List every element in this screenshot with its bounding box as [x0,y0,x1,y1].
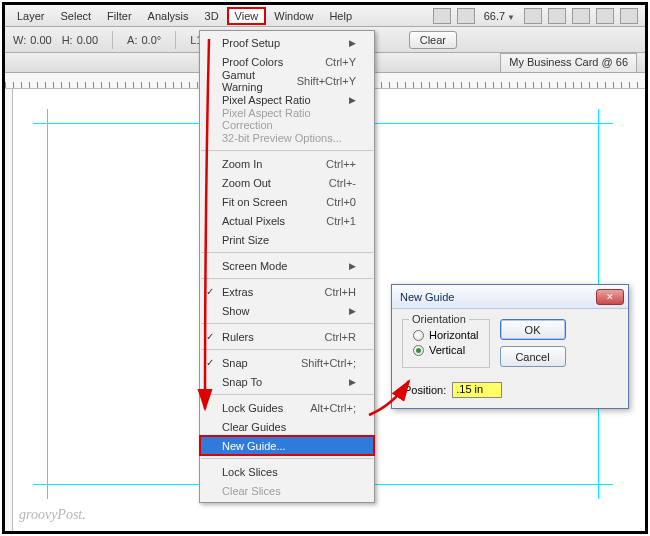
menu-item-label: Rulers [222,331,254,343]
menu-item-shortcut: Ctrl+- [329,177,356,189]
orientation-group: Orientation Horizontal Vertical [402,319,490,368]
menu-item-label: Zoom In [222,158,262,170]
menu-item-label: Pixel Aspect Ratio [222,94,311,106]
submenu-arrow-icon: ▶ [349,377,356,387]
submenu-arrow-icon: ▶ [349,261,356,271]
menu-item-extras[interactable]: ✓ExtrasCtrl+H [200,282,374,301]
menu-select[interactable]: Select [53,7,100,25]
menu-item-new-guide[interactable]: New Guide... [200,436,374,455]
menu-item-label: Snap [222,357,248,369]
menu-item-label: Proof Setup [222,37,280,49]
submenu-arrow-icon: ▶ [349,306,356,316]
menu-item-pixel-aspect-ratio-correction: Pixel Aspect Ratio Correction [200,109,374,128]
rotate-icon[interactable] [572,8,590,24]
menu-item-label: Screen Mode [222,260,287,272]
hand-icon[interactable] [524,8,542,24]
menu-item-show[interactable]: Show▶ [200,301,374,320]
radio-horizontal[interactable]: Horizontal [413,329,479,341]
menu-item-actual-pixels[interactable]: Actual PixelsCtrl+1 [200,211,374,230]
menu-item-proof-setup[interactable]: Proof Setup▶ [200,33,374,52]
menu-item-label: Snap To [222,376,262,388]
cancel-button[interactable]: Cancel [500,346,566,367]
menu-item-print-size[interactable]: Print Size [200,230,374,249]
menu-item-label: Clear Guides [222,421,286,433]
arrange-icon[interactable] [457,8,475,24]
menu-item-gamut-warning[interactable]: Gamut WarningShift+Ctrl+Y [200,71,374,90]
menu-item-32-bit-preview-options: 32-bit Preview Options... [200,128,374,147]
menu-item-clear-slices: Clear Slices [200,481,374,500]
document-tab[interactable]: My Business Card @ 66 [500,53,637,72]
menu-item-shortcut: Ctrl+1 [326,215,356,227]
menu-item-shortcut: Ctrl++ [326,158,356,170]
vertical-ruler [5,89,13,531]
dialog-title: New Guide [400,291,454,303]
menu-item-label: Extras [222,286,253,298]
dialog-titlebar[interactable]: New Guide ✕ [392,285,628,309]
menu-item-shortcut: Shift+Ctrl+Y [297,75,356,87]
menu-item-zoom-out[interactable]: Zoom OutCtrl+- [200,173,374,192]
menu-window[interactable]: Window [266,7,321,25]
w-label: W: [13,34,26,46]
menu-item-label: Pixel Aspect Ratio Correction [222,107,356,131]
menu-item-shortcut: Ctrl+Y [325,56,356,68]
h-label: H: [62,34,73,46]
screen-mode-icon[interactable] [596,8,614,24]
position-label: Position: [404,384,446,396]
ok-button[interactable]: OK [500,319,566,340]
menu-3d[interactable]: 3D [197,7,227,25]
menu-item-rulers[interactable]: ✓RulersCtrl+R [200,327,374,346]
menu-item-snap-to[interactable]: Snap To▶ [200,372,374,391]
clear-button[interactable]: Clear [409,31,457,49]
menu-item-label: Lock Slices [222,466,278,478]
radio-icon [413,330,424,341]
a-label: A: [127,34,137,46]
menu-item-snap[interactable]: ✓SnapShift+Ctrl+; [200,353,374,372]
menu-item-shortcut: Ctrl+R [325,331,356,343]
zoom-icon[interactable] [548,8,566,24]
orientation-legend: Orientation [409,313,469,325]
menu-help[interactable]: Help [321,7,360,25]
check-icon: ✓ [206,331,214,342]
menu-item-shortcut: Shift+Ctrl+; [301,357,356,369]
menu-item-shortcut: Alt+Ctrl+; [310,402,356,414]
menu-view[interactable]: View [227,7,267,25]
menu-item-zoom-in[interactable]: Zoom InCtrl++ [200,154,374,173]
submenu-arrow-icon: ▶ [349,38,356,48]
menu-item-lock-slices[interactable]: Lock Slices [200,462,374,481]
close-icon[interactable]: ✕ [596,289,624,305]
br-icon[interactable] [433,8,451,24]
menu-item-shortcut: Ctrl+H [325,286,356,298]
check-icon: ✓ [206,357,214,368]
menu-item-label: Lock Guides [222,402,283,414]
zoom-value[interactable]: 66.7▼ [484,10,515,22]
extras-icon[interactable] [620,8,638,24]
menu-item-label: Print Size [222,234,269,246]
watermark: groovyPost. [19,507,86,523]
menu-item-fit-on-screen[interactable]: Fit on ScreenCtrl+0 [200,192,374,211]
menu-item-shortcut: Ctrl+0 [326,196,356,208]
a-value: 0.0° [142,34,162,46]
radio-icon [413,345,424,356]
new-guide-dialog: New Guide ✕ Orientation Horizontal Verti… [391,284,629,409]
menu-item-label: New Guide... [222,440,286,452]
menu-layer[interactable]: Layer [9,7,53,25]
menu-item-screen-mode[interactable]: Screen Mode▶ [200,256,374,275]
menubar: LayerSelectFilterAnalysis3DViewWindowHel… [5,5,645,27]
view-menu-dropdown: Proof Setup▶Proof ColorsCtrl+YGamut Warn… [199,30,375,503]
menu-analysis[interactable]: Analysis [140,7,197,25]
w-value: 0.00 [30,34,51,46]
menu-item-label: 32-bit Preview Options... [222,132,342,144]
menu-item-label: Fit on Screen [222,196,287,208]
menu-item-lock-guides[interactable]: Lock GuidesAlt+Ctrl+; [200,398,374,417]
submenu-arrow-icon: ▶ [349,95,356,105]
menu-item-label: Clear Slices [222,485,281,497]
menu-item-label: Proof Colors [222,56,283,68]
menu-item-clear-guides[interactable]: Clear Guides [200,417,374,436]
radio-vertical[interactable]: Vertical [413,344,479,356]
menu-item-label: Show [222,305,250,317]
h-value: 0.00 [77,34,98,46]
menu-filter[interactable]: Filter [99,7,139,25]
menu-item-label: Zoom Out [222,177,271,189]
check-icon: ✓ [206,286,214,297]
position-input[interactable]: .15 in [452,382,502,398]
